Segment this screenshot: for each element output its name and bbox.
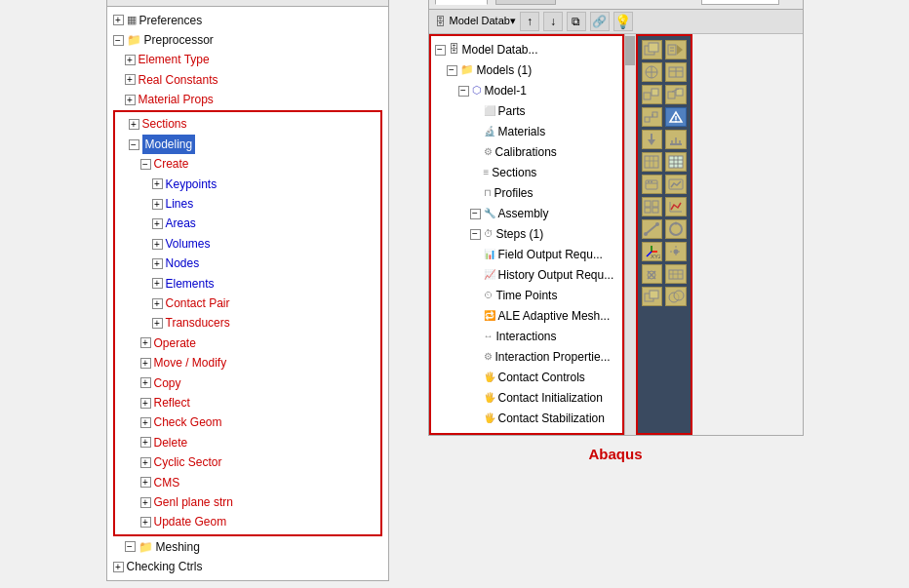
tree-item-operate[interactable]: + Operate xyxy=(117,333,378,353)
expand-check-geom[interactable]: + xyxy=(140,417,151,428)
tree-item-contact-pair[interactable]: + Contact Pair xyxy=(117,294,378,313)
expand-keypoints[interactable]: + xyxy=(152,178,163,189)
chart-icon[interactable] xyxy=(665,197,687,216)
assembly-create-icon[interactable] xyxy=(642,85,663,104)
abaqus-scrollbar[interactable] xyxy=(624,34,636,435)
expand-checking-ctrls[interactable]: + xyxy=(113,562,124,572)
expand-operate[interactable]: + xyxy=(140,337,151,348)
module-select[interactable]: Part xyxy=(701,0,779,5)
expand-preprocessor[interactable]: − xyxy=(113,35,124,46)
expand-nodes[interactable]: + xyxy=(152,258,163,269)
toolbar-btn-link[interactable]: 🔗 xyxy=(590,12,610,31)
field-icon[interactable] xyxy=(665,264,687,284)
toolbar-btn-down[interactable]: ↓ xyxy=(543,12,563,31)
step-create-icon[interactable] xyxy=(642,107,663,127)
tree-item-volumes[interactable]: + Volumes xyxy=(117,234,378,254)
expand-sections[interactable]: + xyxy=(129,119,139,130)
ansys-collapse-btn[interactable]: ⊘ xyxy=(370,0,382,3)
sketch-line-icon[interactable] xyxy=(642,219,663,239)
tree-item-ale[interactable]: 🔁 ALE Adaptive Mesh... xyxy=(435,306,618,327)
tree-item-nodes[interactable]: + Nodes xyxy=(117,254,378,273)
tree-item-preferences[interactable]: + ▦ Preferences xyxy=(113,11,382,30)
mesh-part-icon[interactable] xyxy=(665,152,687,172)
part-display-icon[interactable] xyxy=(642,287,663,306)
tree-item-reflect[interactable]: + Reflect xyxy=(117,393,378,412)
toolbar-btn-up[interactable]: ↑ xyxy=(520,12,539,31)
expand-element-type[interactable]: + xyxy=(125,55,136,65)
section-create-icon[interactable] xyxy=(665,62,687,82)
expand-genl-plane-strn[interactable]: + xyxy=(140,497,151,508)
expand-elements[interactable]: + xyxy=(152,278,163,289)
expand-meshing[interactable]: − xyxy=(125,541,136,552)
tree-item-transducers[interactable]: + Transducers xyxy=(117,313,378,333)
set-create-icon[interactable] xyxy=(665,287,687,306)
datum-point-icon[interactable] xyxy=(665,242,687,261)
expand-preferences[interactable]: + xyxy=(113,15,124,25)
tree-item-checking-ctrls[interactable]: + Checking Ctrls xyxy=(113,557,382,576)
tree-item-delete[interactable]: + Delete xyxy=(117,433,378,452)
step-manager-icon[interactable] xyxy=(665,107,687,127)
tree-item-move-modify[interactable]: + Move / Modify xyxy=(117,353,378,372)
material-create-icon[interactable] xyxy=(642,62,663,82)
expand-move-modify[interactable]: + xyxy=(140,358,151,369)
tree-item-lines[interactable]: + Lines xyxy=(117,194,378,214)
tree-item-sections-ab[interactable]: ≡ Sections xyxy=(435,163,618,183)
coord-sys-icon[interactable]: XYZ xyxy=(642,242,663,261)
tree-item-time-points[interactable]: ⏲ Time Points xyxy=(435,286,618,306)
bc-create-icon[interactable] xyxy=(665,130,687,149)
expand-reflect[interactable]: + xyxy=(140,398,151,409)
tree-item-keypoints[interactable]: + Keypoints xyxy=(117,175,378,194)
expand-model-datab[interactable]: − xyxy=(435,45,446,56)
expand-update-geom[interactable]: + xyxy=(140,517,151,528)
tree-item-materials[interactable]: 🔬 Materials xyxy=(435,122,618,142)
tree-item-parts[interactable]: ⬜ Parts xyxy=(435,101,618,122)
tree-item-model-1[interactable]: − ⬡ Model-1 xyxy=(435,81,618,101)
sketch-circle-icon[interactable] xyxy=(665,219,687,239)
tree-item-create[interactable]: − Create xyxy=(117,154,378,174)
toolbar-btn-copy[interactable]: ⧉ xyxy=(567,12,586,31)
expand-transducers[interactable]: + xyxy=(152,318,163,329)
tree-item-cms[interactable]: + CMS xyxy=(117,473,378,492)
mesh-seed-icon[interactable] xyxy=(642,152,663,172)
load-create-icon[interactable] xyxy=(642,130,663,149)
tree-item-steps[interactable]: − ⏱ Steps (1) xyxy=(435,224,618,245)
expand-material-props[interactable]: + xyxy=(125,95,136,105)
tree-item-contact-init[interactable]: 🖐 Contact Initialization xyxy=(435,388,618,409)
tree-item-update-geom[interactable]: + Update Geom xyxy=(117,512,378,531)
tree-item-elements[interactable]: + Elements xyxy=(117,274,378,294)
tree-item-models[interactable]: − 📁 Models (1) xyxy=(435,60,618,81)
tab-model[interactable]: Model xyxy=(435,0,489,5)
tree-item-history-output[interactable]: 📈 History Output Requ... xyxy=(435,265,618,286)
tree-item-genl-plane-strn[interactable]: + Genl plane strn xyxy=(117,492,378,512)
expand-copy[interactable]: + xyxy=(140,377,151,388)
job-monitor-icon[interactable] xyxy=(665,175,687,194)
tab-results[interactable]: Results xyxy=(495,0,556,5)
expand-models[interactable]: − xyxy=(447,65,457,76)
expand-delete[interactable]: + xyxy=(140,437,151,448)
tree-item-copy[interactable]: + Copy xyxy=(117,373,378,393)
expand-cyclic-sector[interactable]: + xyxy=(140,457,151,468)
expand-volumes[interactable]: + xyxy=(152,239,163,250)
job-create-icon[interactable] xyxy=(642,175,663,194)
viewport-icon[interactable] xyxy=(642,197,663,216)
expand-areas[interactable]: + xyxy=(152,218,163,229)
tree-item-profiles[interactable]: ⊓ Profiles xyxy=(435,183,618,204)
assembly-manager-icon[interactable] xyxy=(665,85,687,104)
expand-real-constants[interactable]: + xyxy=(125,74,136,85)
expand-cms[interactable]: + xyxy=(140,477,151,488)
tree-item-check-geom[interactable]: + Check Geom xyxy=(117,412,378,432)
expand-modeling[interactable]: − xyxy=(129,139,139,150)
expand-steps[interactable]: − xyxy=(470,229,481,240)
expand-assembly[interactable]: − xyxy=(470,209,481,219)
expand-contact-pair[interactable]: + xyxy=(152,298,163,309)
tree-item-sections[interactable]: + Sections xyxy=(117,114,378,134)
tree-item-contact-controls[interactable]: 🖐 Contact Controls xyxy=(435,368,618,388)
tree-item-modeling[interactable]: − Modeling xyxy=(117,135,378,154)
scroll-thumb[interactable] xyxy=(625,36,635,65)
ref-point-icon[interactable] xyxy=(642,264,663,284)
tree-item-assembly[interactable]: − 🔧 Assembly xyxy=(435,204,618,224)
tree-item-interactions[interactable]: ↔ Interactions xyxy=(435,327,618,347)
tree-item-calibrations[interactable]: ⚙ Calibrations xyxy=(435,142,618,163)
tree-item-cyclic-sector[interactable]: + Cyclic Sector xyxy=(117,452,378,472)
tree-item-contact-stab[interactable]: 🖐 Contact Stabilization xyxy=(435,409,618,429)
